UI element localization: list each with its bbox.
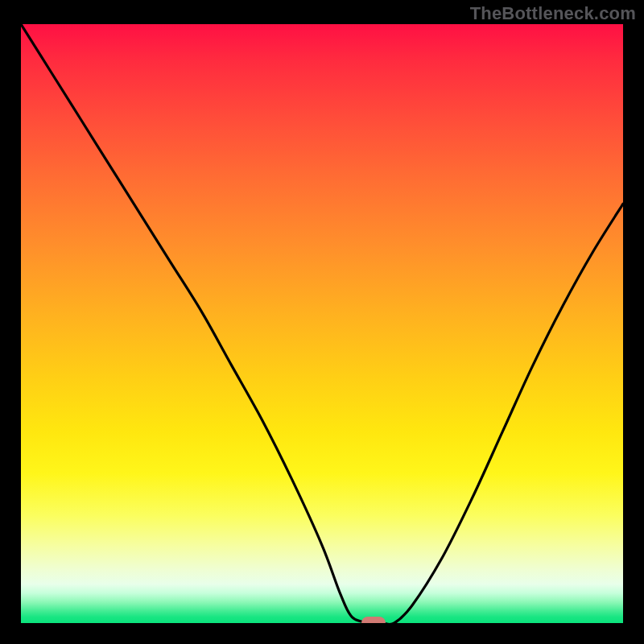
chart-frame: TheBottleneck.com xyxy=(0,0,644,644)
optimal-point-marker xyxy=(361,617,386,623)
watermark-text: TheBottleneck.com xyxy=(470,3,636,24)
plot-area xyxy=(21,24,623,623)
bottleneck-curve xyxy=(21,24,623,623)
